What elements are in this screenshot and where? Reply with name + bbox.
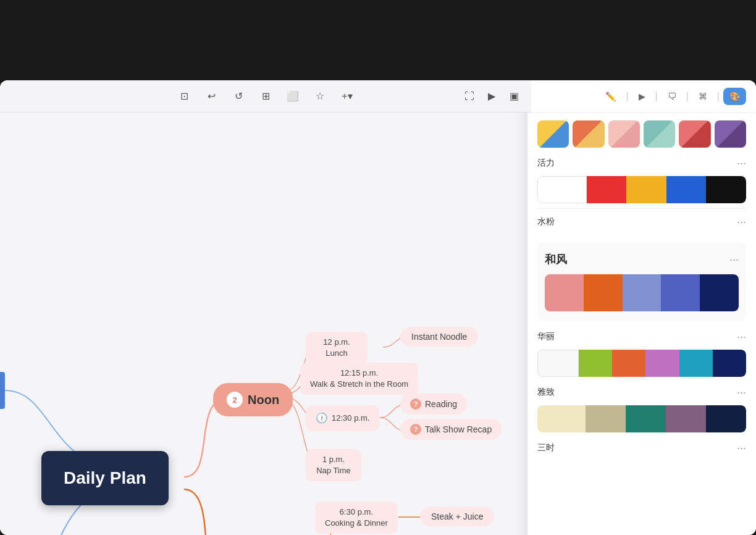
daily-plan-label: Daily Plan (64, 468, 146, 487)
theme-swatch-1[interactable] (537, 120, 569, 148)
huoli-white[interactable] (537, 176, 587, 203)
huali-title: 华丽 (537, 331, 555, 342)
nap-time: 1 p.m. (316, 454, 351, 465)
panel-icon[interactable]: ▣ (506, 89, 521, 104)
huali-darkblue[interactable] (713, 350, 746, 377)
schedule-nap[interactable]: 1 p.m. Nap Time (306, 449, 361, 481)
yazhi-header: 雅致 ··· (537, 384, 746, 400)
theme-swatch-3[interactable] (608, 120, 640, 148)
wafuu-pink[interactable] (545, 274, 584, 311)
theme-grid (537, 120, 746, 148)
panel-tab-card[interactable]: 🗨 (662, 88, 682, 105)
sanshi-header: 三时 ··· (537, 440, 746, 456)
copy-icon[interactable]: ⊡ (177, 89, 191, 104)
sep1: | (626, 91, 628, 102)
yazhi-cream[interactable] (537, 405, 586, 432)
star-icon[interactable]: ☆ (313, 89, 327, 104)
schedule-walk[interactable]: 12:15 p.m. Walk & Stretch in the Room (300, 363, 418, 395)
talkshow-label: Talk Show Recap (425, 424, 492, 434)
huali-orange[interactable] (612, 350, 645, 377)
bottom-palettes: 华丽 ··· 雅致 ··· (527, 329, 756, 456)
sanshi-more[interactable]: ··· (737, 442, 746, 453)
right-panel: ✏️ | ▶ | 🗨 | ⌘ | 🎨 (527, 80, 756, 535)
daily-plan-node[interactable]: Daily Plan (41, 451, 169, 505)
clock-icon: 🕧 (316, 411, 328, 425)
sep3: | (686, 91, 689, 102)
walk-activity: Walk & Stretch in the Room (310, 379, 408, 390)
huoli-yellow[interactable] (626, 176, 666, 203)
reading-item[interactable]: ? Reading (400, 394, 467, 415)
huoli-black[interactable] (706, 176, 746, 203)
panel-tab-pen[interactable]: ✏️ (599, 88, 622, 105)
cooking-activity: Cooking & Dinner (325, 518, 388, 529)
huoli-title: 活力 (537, 158, 555, 169)
steak-item[interactable]: Steak + Juice (420, 507, 494, 526)
panel-tab-palette[interactable]: 🎨 (723, 88, 746, 105)
yazhi-colors (537, 405, 746, 432)
sep4: | (717, 91, 720, 102)
lunch-activity: Lunch (316, 348, 358, 359)
reading-label: Reading (425, 399, 457, 409)
schedule-cooking[interactable]: 6:30 p.m. Cooking & Dinner (315, 502, 398, 534)
huali-white[interactable] (537, 350, 579, 377)
wafuu-expanded: 和风 ··· (537, 242, 746, 321)
huali-header: 华丽 ··· (537, 329, 746, 345)
sep2: | (655, 91, 658, 102)
instant-noodle-item[interactable]: Instant Noodle (400, 327, 478, 347)
canvas-area: ⊡ ↩ ↺ ⊞ ⬜ ☆ +▾ ⛶ ▶ ▣ (0, 80, 531, 535)
wafuu-orange[interactable] (584, 274, 623, 311)
wafuu-darkblue[interactable] (700, 274, 739, 311)
walk-time: 12:15 p.m. (310, 368, 408, 379)
huali-purple[interactable] (645, 350, 679, 377)
grid-icon[interactable]: ⊞ (258, 89, 273, 104)
wafuu-blue[interactable] (661, 274, 700, 311)
noon-node[interactable]: 2 Noon (213, 383, 293, 416)
rect-icon[interactable]: ⬜ (285, 89, 300, 104)
schedule-lunch[interactable]: 12 p.m. Lunch (306, 332, 368, 364)
huali-colors (537, 350, 746, 377)
huali-green[interactable] (579, 350, 612, 377)
wafuu-colors (545, 274, 739, 311)
panel-toolbar: ✏️ | ▶ | 🗨 | ⌘ | 🎨 (527, 80, 756, 113)
huoli-blue[interactable] (666, 176, 707, 203)
wafuu-title: 和风 (545, 252, 567, 267)
time-1230: 12:30 p.m. (332, 413, 369, 424)
huoli-colors (537, 176, 746, 203)
schedule-1230[interactable]: 🕧 12:30 p.m. (306, 405, 379, 431)
sanshi-title: 三时 (537, 442, 555, 453)
yazhi-navy[interactable] (706, 405, 746, 432)
yazhi-more[interactable]: ··· (737, 387, 746, 398)
back-icon[interactable]: ↩ (204, 89, 219, 104)
theme-swatch-6[interactable] (715, 120, 746, 148)
app-window: ⊡ ↩ ↺ ⊞ ⬜ ☆ +▾ ⛶ ▶ ▣ (0, 80, 756, 535)
huoli-header: 活力 ··· (537, 155, 746, 171)
huali-more[interactable]: ··· (737, 331, 746, 342)
divider1 (537, 208, 746, 209)
talkshow-question-icon: ? (410, 424, 421, 435)
yazhi-sand[interactable] (586, 405, 626, 432)
yazhi-teal[interactable] (626, 405, 666, 432)
present-icon[interactable]: ▶ (484, 89, 499, 104)
fullscreen-icon[interactable]: ⛶ (462, 89, 477, 104)
huoli-red[interactable] (587, 176, 627, 203)
add-icon[interactable]: +▾ (340, 89, 355, 104)
talkshow-item[interactable]: ? Talk Show Recap (400, 419, 502, 440)
wafuu-lightblue[interactable] (623, 274, 662, 311)
theme-swatch-2[interactable] (573, 120, 604, 148)
huali-cyan[interactable] (679, 350, 713, 377)
shuifen-more[interactable]: ··· (737, 216, 746, 227)
theme-swatch-5[interactable] (679, 120, 710, 148)
shuifen-title: 水粉 (537, 216, 555, 227)
panel-tab-cmd[interactable]: ⌘ (692, 88, 713, 105)
theme-swatch-4[interactable] (644, 120, 675, 148)
noon-label: Noon (248, 393, 279, 407)
undo-icon[interactable]: ↺ (231, 89, 246, 104)
lunch-time: 12 p.m. (316, 337, 358, 348)
yazhi-mauve[interactable] (666, 405, 706, 432)
panel-tab-play[interactable]: ▶ (632, 88, 652, 105)
wafuu-header: 和风 ··· (545, 250, 739, 269)
toolbar-right: ⛶ ▶ ▣ (462, 89, 521, 104)
huoli-more[interactable]: ··· (737, 158, 746, 169)
nap-activity: Nap Time (316, 465, 351, 476)
wafuu-more[interactable]: ··· (729, 254, 739, 265)
